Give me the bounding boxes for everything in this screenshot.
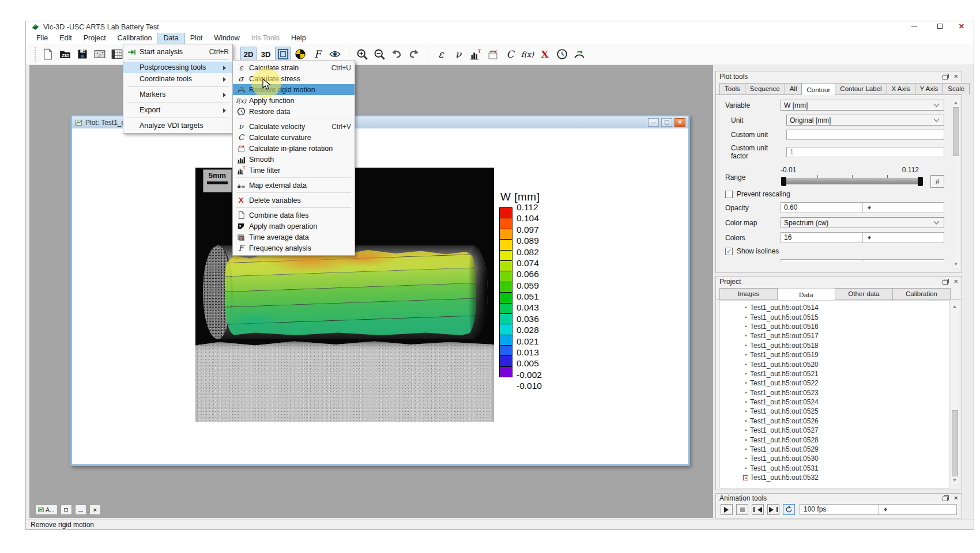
project-item[interactable]: Test1_out.h5:out:0532 xyxy=(720,473,949,482)
close-panel-icon[interactable]: × xyxy=(953,495,958,501)
speckle-images-button[interactable] xyxy=(92,47,108,62)
project-item[interactable]: •Test1_out.h5:out:0521 xyxy=(720,369,949,378)
colors-input[interactable]: 16 xyxy=(781,232,944,243)
tab-tools[interactable]: Tools xyxy=(719,83,745,94)
menu-file[interactable]: File xyxy=(31,33,54,44)
menu-item-smooth[interactable]: Smooth xyxy=(233,154,355,165)
minimized-close-button[interactable]: × xyxy=(89,505,101,515)
menu-item-frequency-analysis[interactable]: FFrequency analysis xyxy=(233,243,355,253)
minimize-button[interactable] xyxy=(907,22,922,32)
plot-close-button[interactable]: × xyxy=(674,118,685,127)
range-slider[interactable] xyxy=(782,179,922,184)
float-panel-icon[interactable] xyxy=(943,74,949,79)
minimized-restore-button[interactable] xyxy=(61,505,72,515)
menu-item-map-external-data[interactable]: Map external data xyxy=(233,180,355,191)
project-scrollbar[interactable] xyxy=(951,301,959,486)
float-panel-icon[interactable] xyxy=(943,495,949,501)
tab-calibration[interactable]: Calibration xyxy=(892,288,951,300)
zoom-out-button[interactable] xyxy=(371,47,387,62)
project-item[interactable]: •Test1_out.h5:out:0524 xyxy=(720,397,949,407)
play-button[interactable] xyxy=(721,504,733,515)
stop-button[interactable] xyxy=(736,504,748,515)
project-item[interactable]: •Test1_out.h5:out:0516 xyxy=(720,322,949,331)
plot-minimize-button[interactable] xyxy=(648,118,659,127)
project-item[interactable]: •Test1_out.h5:out:0529 xyxy=(720,445,949,454)
step-back-button[interactable] xyxy=(752,504,764,515)
spinner-arrows[interactable] xyxy=(862,260,944,262)
redo-button[interactable] xyxy=(406,47,422,62)
project-item[interactable]: •Test1_out.h5:out:0515 xyxy=(720,312,949,321)
menu-item-start-analysis[interactable]: Start analysisCtrl+R xyxy=(123,46,232,58)
range-handle-max[interactable] xyxy=(918,177,923,186)
menu-edit[interactable]: Edit xyxy=(54,33,78,44)
step-forward-button[interactable] xyxy=(767,504,779,515)
scroll-thumb[interactable] xyxy=(952,410,958,476)
project-item[interactable]: •Test1_out.h5:out:0522 xyxy=(720,378,949,388)
project-item[interactable]: •Test1_out.h5:out:0523 xyxy=(720,388,949,397)
plot-maximize-button[interactable] xyxy=(661,118,672,127)
menu-item-coordinate-tools[interactable]: Coordinate tools xyxy=(123,73,232,85)
close-panel-icon[interactable]: × xyxy=(953,279,958,285)
scroll-up-icon[interactable] xyxy=(951,301,959,309)
scroll-down-icon[interactable] xyxy=(951,478,959,486)
color-map-select[interactable]: Spectrum (cw) xyxy=(781,217,944,228)
tab-all[interactable]: All xyxy=(785,83,802,94)
loop-button[interactable] xyxy=(783,504,795,515)
delete-variables-button[interactable]: X xyxy=(537,47,553,62)
custom-unit-factor-input[interactable]: 1 xyxy=(786,147,944,157)
inplane-rotation-button[interactable] xyxy=(485,47,501,62)
project-item[interactable]: •Test1_out.h5:out:0531 xyxy=(720,464,949,473)
menu-plot[interactable]: Plot xyxy=(184,33,209,44)
menu-item-apply-function[interactable]: f(x)Apply function xyxy=(233,95,355,106)
menu-window[interactable]: Window xyxy=(208,33,245,44)
scroll-down-icon[interactable] xyxy=(952,262,960,270)
menu-item-calculate-curvature[interactable]: CCalculate curvature xyxy=(233,132,355,143)
scroll-up-icon[interactable] xyxy=(952,97,960,105)
menu-project[interactable]: Project xyxy=(78,33,112,44)
menu-item-calculate-in-plane-rotation[interactable]: Calculate in-plane rotation xyxy=(233,143,355,154)
spinner-arrows[interactable] xyxy=(862,203,944,213)
undo-button[interactable] xyxy=(389,47,405,62)
project-item[interactable]: •Test1_out.h5:out:0525 xyxy=(720,407,949,416)
project-item[interactable]: •Test1_out.h5:out:0519 xyxy=(720,350,949,359)
opacity-input[interactable]: 0.60 xyxy=(781,202,944,213)
tab-contour-label[interactable]: Contour Label xyxy=(835,83,887,94)
project-item[interactable]: •Test1_out.h5:out:0520 xyxy=(720,359,949,369)
menu-item-calculate-strain[interactable]: εCalculate strainCtrl+U xyxy=(233,62,355,73)
project-item[interactable]: •Test1_out.h5:out:0517 xyxy=(720,331,949,340)
menu-item-calculate-velocity[interactable]: νCalculate velocityCtrl+V xyxy=(233,121,355,132)
project-item[interactable]: •Test1_out.h5:out:0530 xyxy=(720,454,949,463)
menu-item-analyze-vdi-targets[interactable]: Analyze VDI targets xyxy=(123,120,232,131)
float-panel-icon[interactable] xyxy=(943,279,949,285)
prevent-rescaling-checkbox[interactable] xyxy=(725,191,733,198)
open-project-button[interactable]: Z3D xyxy=(57,47,73,62)
menu-item-markers[interactable]: Markers xyxy=(123,89,232,100)
spinner-arrows[interactable] xyxy=(878,505,956,514)
menu-help[interactable]: Help xyxy=(285,33,312,44)
project-item[interactable]: •Test1_out.h5:out:0514 xyxy=(720,303,949,312)
zoom-in-button[interactable] xyxy=(354,47,370,62)
time-filter-button[interactable]: T xyxy=(468,47,484,62)
calculate-strain-button[interactable]: ε xyxy=(433,47,449,62)
tab-other-data[interactable]: Other data xyxy=(835,288,893,300)
minimized-minimize-button[interactable] xyxy=(75,505,86,515)
remove-rigid-motion-button[interactable] xyxy=(571,47,587,62)
restore-data-button[interactable] xyxy=(554,47,570,62)
project-item[interactable]: •Test1_out.h5:out:0518 xyxy=(720,341,949,350)
tab-data[interactable]: Data xyxy=(777,289,835,300)
tab-contour[interactable]: Contour xyxy=(801,84,835,95)
custom-unit-input[interactable] xyxy=(786,130,944,140)
close-panel-icon[interactable]: × xyxy=(953,74,958,79)
calculate-velocity-button[interactable]: ν xyxy=(450,47,466,62)
variable-select[interactable]: W [mm] xyxy=(781,100,944,111)
menu-item-export[interactable]: Export xyxy=(123,104,232,116)
save-project-button[interactable] xyxy=(74,47,91,62)
project-item[interactable]: •Test1_out.h5:out:0527 xyxy=(720,426,949,435)
menu-item-apply-math-operation[interactable]: Apply math operation xyxy=(233,221,355,232)
tab-y-axis[interactable]: Y Axis xyxy=(915,83,944,94)
menu-iris-tools[interactable]: Iris Tools xyxy=(246,33,285,44)
apply-function-button[interactable]: f(x) xyxy=(519,47,536,62)
unit-select[interactable]: Original [mm] xyxy=(786,115,944,126)
scroll-thumb[interactable] xyxy=(953,107,959,156)
menu-item-combine-data-files[interactable]: Combine data files xyxy=(233,210,355,221)
